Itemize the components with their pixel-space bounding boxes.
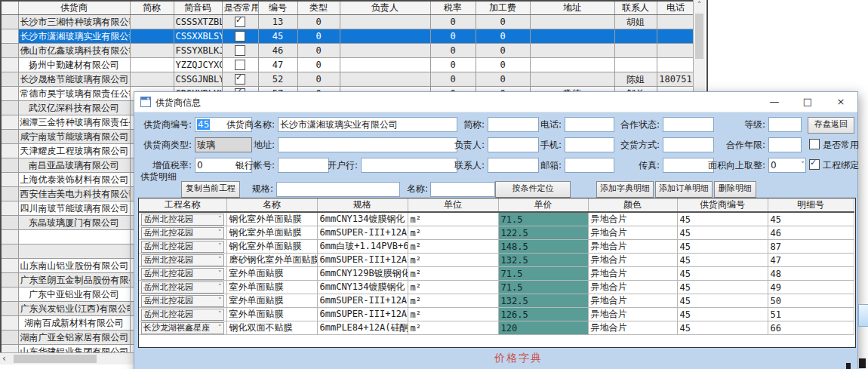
col-header-color[interactable]: 颜色 (588, 198, 677, 212)
supplier-name-cell: 四川南玻节能玻璃有限公司 (18, 201, 130, 216)
col-header-unit[interactable]: 单位 (408, 198, 498, 212)
project-dropdown[interactable]: 长沙龙湖祺鑫星座˅ (141, 322, 224, 334)
col-header-tax[interactable]: 税率 (430, 2, 476, 15)
grade-input[interactable] (768, 117, 802, 132)
supplier-row[interactable]: 佛山市亿鑫玻璃科技有限公司FSSYXBLKJ..46000 (2, 44, 694, 58)
detail-row[interactable]: 长沙龙湖祺鑫星座˅钢化双面不贴膜6mmPLE84+12A(硅酮胶..m²120异… (139, 321, 854, 335)
common-checkbox[interactable] (235, 60, 245, 70)
supplier-no-cell: 45 (677, 321, 768, 335)
email-input[interactable] (565, 158, 614, 173)
detail-row[interactable]: 岳州北控花园˅钢化室外单面贴膜6mmSUPER-III+12A(硅..m²122… (139, 226, 854, 240)
detail-row[interactable]: 岳州北控花园˅室外单面贴膜6mmCNY129B镀膜钢化m²71.5异地合片454… (139, 267, 854, 281)
vscroll-thumb[interactable] (695, 14, 703, 59)
common-checkbox[interactable] (235, 74, 245, 85)
minimize-button[interactable]: — (758, 92, 791, 112)
supplier-row[interactable]: 扬州中勤建材有限公司YZZQJCYXGS47000 (2, 58, 694, 72)
bank-input[interactable] (361, 158, 457, 173)
name-filter-input[interactable] (430, 182, 495, 197)
project-dropdown[interactable]: 岳州北控花园˅ (141, 254, 224, 266)
col-header-shortname[interactable]: 简称 (130, 2, 174, 15)
supplier-row[interactable]: 长沙市潇湘玻璃实业有限公司CSSXXBLSY..45000 (2, 29, 694, 44)
chevron-down-icon: ˅ (218, 228, 222, 238)
col-header-common[interactable]: 是否常用 (222, 2, 258, 15)
color-cell: 异地合片 (588, 321, 677, 335)
col-header-code[interactable]: 简音码 (174, 2, 222, 15)
copy-project-button[interactable]: 复制当前工程 (181, 181, 240, 198)
col-header-name[interactable]: 名称 (226, 198, 317, 212)
supplier-row[interactable]: 长沙市三湘特种玻璃有限公司CSSSXTZBL..13000胡姐 (2, 15, 694, 29)
phone-input[interactable] (565, 117, 614, 132)
project-bind-checkbox-label: 工程绑定 (823, 160, 859, 171)
dialog-titlebar[interactable]: 供货商信息 — □ × (134, 92, 857, 112)
col-header-address[interactable]: 地址 (530, 2, 614, 15)
detail-row[interactable]: 岳州北控花园˅钢化室外单面贴膜6mmCNY134镀膜钢化m²71.5异地合片45… (139, 212, 854, 226)
common-checkbox[interactable] (235, 17, 245, 27)
scroll-up-icon[interactable]: ˄ (694, 0, 705, 11)
address-cell (530, 29, 614, 44)
col-header-detail-no[interactable]: 明细号 (768, 198, 854, 212)
supplier-no-label: 供货商编号: (137, 117, 192, 132)
supplier-name-input[interactable]: 长沙市潇湘玻璃实业有限公司 (278, 117, 457, 132)
detail-row[interactable]: 岳州北控花园˅磨砂钢化室外单面贴膜6mmSUPER-III+12A(硅..m²1… (139, 254, 854, 267)
project-dropdown[interactable]: 岳州北控花园˅ (141, 214, 224, 226)
col-header-phone[interactable]: 电话 (657, 2, 694, 15)
name-cell: 钢化室外单面贴膜 (226, 212, 317, 226)
locate-button[interactable]: 按条件定位 (495, 181, 571, 198)
delete-detail-button[interactable]: 删除明细 (714, 181, 756, 198)
short-name-input[interactable] (488, 117, 539, 132)
address-input[interactable] (278, 137, 457, 152)
col-header-project[interactable]: 工程名称 (139, 198, 226, 212)
manager-input[interactable] (488, 137, 539, 152)
project-cell: 岳州北控花园˅ (139, 308, 226, 321)
detail-row[interactable]: 岳州北控花园˅钢化室外单面贴膜6mm白玻+1.14PVB+6mm..m²148.… (139, 240, 854, 254)
hscroll-thumb[interactable] (14, 355, 97, 363)
vertical-scrollbar[interactable]: ˄ (693, 0, 705, 92)
common-checkbox[interactable] (235, 45, 245, 56)
col-header-type[interactable]: 类型 (297, 2, 340, 15)
project-cell: 岳州北控花园˅ (139, 294, 226, 308)
project-bind-checkbox[interactable]: 工程绑定 (809, 158, 859, 173)
project-dropdown[interactable]: 岳州北控花园˅ (141, 268, 224, 280)
project-dropdown[interactable]: 岳州北控花园˅ (141, 309, 224, 321)
save-return-button[interactable]: 存盘返回 (808, 117, 854, 134)
project-dropdown[interactable]: 岳州北控花园˅ (141, 241, 224, 253)
col-header-supplier[interactable]: 供货商 (18, 2, 130, 15)
close-button[interactable]: × (824, 92, 857, 112)
maximize-button[interactable]: □ (791, 92, 824, 112)
add-order-detail-button[interactable]: 添加订单明细 (655, 181, 713, 198)
coop-status-input[interactable] (663, 117, 714, 132)
detail-row[interactable]: 岳州北控花园˅室外单面贴膜6mmSUPER-III+12A(硅..m²132.5… (139, 294, 854, 308)
supplier-name-cell: 武汉亿深科技有限公司 (18, 101, 130, 115)
common-use-checkbox[interactable]: 是否常用 (809, 137, 859, 152)
detail-row[interactable]: 岳州北控花园˅室外单面贴膜6mmSUPER-III+12A(硅..m²126.5… (139, 308, 854, 321)
project-dropdown[interactable]: 岳州北控花园˅ (141, 281, 224, 294)
row-header-cell (2, 316, 18, 331)
delivery-input[interactable] (663, 137, 714, 152)
spec-cell: 6mmCNY129B镀膜钢化 (317, 267, 408, 281)
scroll-left-icon[interactable]: ‹ (2, 353, 6, 364)
round-up-select[interactable]: 0˅ (768, 158, 806, 173)
col-header-fee[interactable]: 加工费 (476, 2, 530, 15)
contact-input[interactable] (488, 158, 539, 173)
col-header-price[interactable]: 单价 (498, 198, 588, 212)
supplier-no-cell: 45 (677, 308, 768, 321)
col-header-supplier-no[interactable]: 供货商编号 (677, 198, 768, 212)
code-cell: CSSXXBLSY.. (174, 29, 222, 44)
bank-account-input[interactable] (278, 158, 329, 173)
col-header-manager[interactable]: 负责人 (340, 2, 430, 15)
common-checkbox[interactable] (235, 31, 245, 42)
col-header-id[interactable]: 编号 (258, 2, 297, 15)
project-dropdown[interactable]: 岳州北控花园˅ (141, 295, 224, 307)
row-header-cell (2, 72, 18, 87)
project-dropdown[interactable]: 岳州北控花园˅ (141, 227, 224, 239)
mobile-input[interactable] (565, 137, 614, 152)
col-header-contact[interactable]: 联系人 (614, 2, 657, 15)
detail-row[interactable]: 岳州北控花园˅室外单面贴膜6mmCNY134镀膜钢化m²71.5异地合片4549 (139, 281, 854, 294)
address-cell (530, 15, 614, 29)
coop-years-input[interactable] (768, 137, 802, 152)
supplier-row[interactable]: 长沙晟格节能玻璃有限公司CSSGJNBLYXGS52000陈姐180751 (2, 72, 694, 87)
spec-filter-input[interactable] (276, 182, 400, 197)
add-dict-detail-button[interactable]: 添加字典明细 (596, 181, 654, 198)
detail-no-cell: 66 (768, 321, 854, 335)
col-header-spec[interactable]: 规格 (317, 198, 408, 212)
